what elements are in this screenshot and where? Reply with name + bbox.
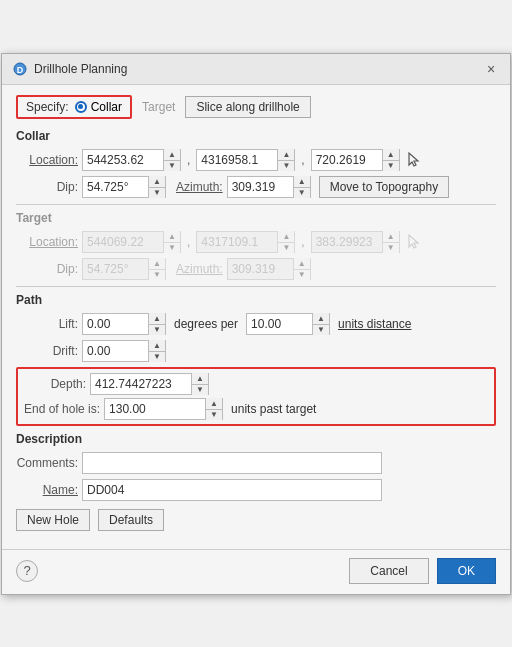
lift-per-down[interactable]: ▼ [313,324,329,335]
units-distance-label: units distance [338,317,411,331]
target-y-spinbox: ▲ ▼ [196,231,295,253]
lift-per-up[interactable]: ▲ [313,313,329,324]
depth-end-box: Depth: ▲ ▼ End of hole is: ▲ [16,367,496,426]
top-controls: Specify: Collar Target Slice along drill… [16,95,496,119]
collar-radio[interactable] [75,101,87,113]
target-location-row: Location: ▲ ▼ , ▲ ▼ , [16,231,496,253]
comments-input[interactable] [82,452,382,474]
lift-label: Lift: [16,317,78,331]
collar-z-spinbox[interactable]: ▲ ▼ [311,149,400,171]
action-buttons: Cancel OK [349,558,496,584]
drillhole-icon: D [12,61,28,77]
drift-down[interactable]: ▼ [149,351,165,362]
collar-x-up[interactable]: ▲ [164,149,180,160]
drift-spinbox[interactable]: ▲ ▼ [82,340,166,362]
lift-spinbox[interactable]: ▲ ▼ [82,313,166,335]
depth-down[interactable]: ▼ [192,384,208,395]
collar-z-up[interactable]: ▲ [383,149,399,160]
degrees-per-label: degrees per [174,317,238,331]
lift-down[interactable]: ▼ [149,324,165,335]
collar-pick-icon[interactable] [404,150,424,170]
collar-y-spinbox[interactable]: ▲ ▼ [196,149,295,171]
description-section-label: Description [16,432,496,446]
target-location-label: Location: [16,235,78,249]
collar-dip-down[interactable]: ▼ [149,187,165,198]
lift-per-spinbox[interactable]: ▲ ▼ [246,313,330,335]
collar-azimuth-spinbox[interactable]: ▲ ▼ [227,176,311,198]
drillhole-planning-dialog: D Drillhole Planning × Specify: Collar T… [1,53,511,595]
svg-text:D: D [17,65,24,75]
collar-y-down[interactable]: ▼ [278,160,294,171]
collar-azimuth-input[interactable] [228,178,293,196]
name-input[interactable] [82,479,382,501]
lift-input[interactable] [83,315,148,333]
collar-y-up[interactable]: ▲ [278,149,294,160]
target-y-up: ▲ [278,231,294,242]
collar-location-row: Location: ▲ ▼ , ▲ ▼ , ▲ [16,149,496,171]
target-z-spinbox: ▲ ▼ [311,231,400,253]
collar-z-input[interactable] [312,151,382,169]
target-z-up: ▲ [383,231,399,242]
collar-z-down[interactable]: ▼ [383,160,399,171]
end-of-hole-down[interactable]: ▼ [206,409,222,420]
collar-dip-spinbox[interactable]: ▲ ▼ [82,176,166,198]
depth-up[interactable]: ▲ [192,373,208,384]
depth-spinbox[interactable]: ▲ ▼ [90,373,209,395]
drift-label: Drift: [16,344,78,358]
units-past-target-label: units past target [231,402,316,416]
collar-location-label: Location: [16,153,78,167]
bottom-buttons: ? Cancel OK [2,549,510,594]
target-x-up: ▲ [164,231,180,242]
collar-y-input[interactable] [197,151,277,169]
comments-label: Comments: [16,456,78,470]
close-button[interactable]: × [482,60,500,78]
target-azimuth-spinbox: ▲ ▼ [227,258,311,280]
collar-radio-label[interactable]: Collar [91,100,122,114]
collar-x-spinbox[interactable]: ▲ ▼ [82,149,181,171]
collar-dip-input[interactable] [83,178,148,196]
collar-az-up[interactable]: ▲ [294,176,310,187]
help-button[interactable]: ? [16,560,38,582]
collar-azimuth-label: Azimuth: [176,180,223,194]
drift-input[interactable] [83,342,148,360]
specify-label: Specify: [26,100,69,114]
collar-az-down[interactable]: ▼ [294,187,310,198]
move-topo-button[interactable]: Move to Topography [319,176,450,198]
cancel-button[interactable]: Cancel [349,558,428,584]
collar-x-input[interactable] [83,151,163,169]
collar-dip-up[interactable]: ▲ [149,176,165,187]
new-hole-defaults-row: New Hole Defaults [16,509,496,531]
lift-row: Lift: ▲ ▼ degrees per ▲ ▼ units di [16,313,496,335]
end-of-hole-spinbox[interactable]: ▲ ▼ [104,398,223,420]
defaults-button[interactable]: Defaults [98,509,164,531]
target-azimuth-label: Azimuth: [176,262,223,276]
end-of-hole-input[interactable] [105,400,205,418]
drift-up[interactable]: ▲ [149,340,165,351]
dialog-content: Specify: Collar Target Slice along drill… [2,85,510,541]
collar-x-down[interactable]: ▼ [164,160,180,171]
collar-dip-label: Dip: [16,180,78,194]
target-z-down: ▼ [383,242,399,253]
target-pick-icon [404,232,424,252]
name-label: Name: [16,483,78,497]
collar-radio-group[interactable]: Collar [75,100,122,114]
target-y-input [197,233,277,251]
description-section: Description Comments: Name: [16,432,496,501]
target-dip-label: Dip: [16,262,78,276]
target-section: Target Location: ▲ ▼ , ▲ ▼ [16,211,496,280]
collar-section-label: Collar [16,129,496,143]
depth-input[interactable] [91,375,191,393]
target-y-down: ▼ [278,242,294,253]
target-z-input [312,233,382,251]
target-radio-label[interactable]: Target [142,100,175,114]
new-hole-button[interactable]: New Hole [16,509,90,531]
target-x-down: ▼ [164,242,180,253]
ok-button[interactable]: OK [437,558,496,584]
slice-button[interactable]: Slice along drillhole [185,96,310,118]
target-azimuth-input [228,260,293,278]
lift-up[interactable]: ▲ [149,313,165,324]
depth-row: Depth: ▲ ▼ [24,373,488,395]
lift-per-input[interactable] [247,315,312,333]
end-of-hole-up[interactable]: ▲ [206,398,222,409]
dialog-title: Drillhole Planning [34,62,127,76]
